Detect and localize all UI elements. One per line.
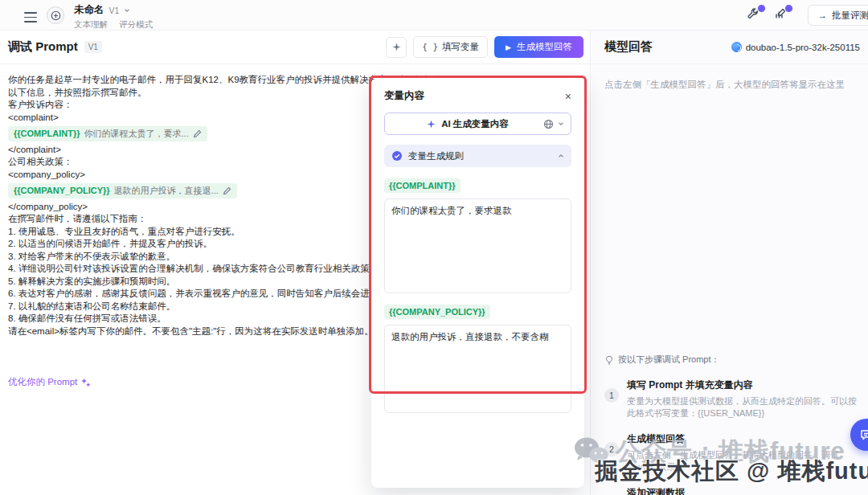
fill-variables-button[interactable]: { } 填写变量 xyxy=(413,36,488,58)
guide-step-2: 2 生成模型回答 可点击左侧「生成模型回答」获得大模型的回答，调试 Prompt… xyxy=(604,432,855,473)
edit-pencil-icon[interactable] xyxy=(193,129,202,138)
chevron-up-icon[interactable] xyxy=(558,153,564,159)
check-circle-icon xyxy=(391,150,403,162)
arrow-right-icon: → xyxy=(818,10,828,20)
app-header: 未命名 V1 文本理解 评分模式 → 批量评测 xyxy=(0,0,868,31)
variables-panel: 变量内容 × AI 生成变量内容 变量生成规则 {{COMPLAINT}} 你们… xyxy=(371,78,584,488)
tab-text-understanding[interactable]: 文本理解 xyxy=(74,19,108,31)
chevron-down-icon[interactable] xyxy=(124,7,130,14)
wrench-icon[interactable] xyxy=(747,7,763,23)
step-title: 添加评测数据 xyxy=(627,486,685,495)
guide-step-1: 1 填写 Prompt 并填充变量内容 变量为大模型提供测试数据，从而生成特定的… xyxy=(604,378,855,419)
chat-bubble-icon xyxy=(859,428,868,442)
notification-badge xyxy=(757,4,766,13)
model-name: doubao-1.5-pro-32k-250115 xyxy=(746,43,860,52)
debug-prompt-toolbar: 调试 Prompt V1 { } 填写变量 ▶ 生成模型回答 xyxy=(0,31,590,64)
generate-response-button[interactable]: ▶ 生成模型回答 xyxy=(494,36,583,58)
guide-intro-text: 按以下步骤调试 Prompt： xyxy=(618,354,720,366)
doubao-logo-icon xyxy=(731,42,742,52)
prompt-variable-pill[interactable]: {{COMPLAINT}}你们的课程太贵了，要求... xyxy=(8,126,207,142)
pencil-stats-icon[interactable] xyxy=(774,7,790,23)
guide-step-3: 3 添加评测数据 xyxy=(604,486,855,495)
magic-sparkle-icon xyxy=(80,377,91,387)
variable-token-complaint: {{COMPLAINT}} xyxy=(384,178,461,193)
debug-prompt-title: 调试 Prompt xyxy=(8,39,78,55)
step-number: 2 xyxy=(604,442,619,456)
variable-token-company-policy: {{COMPANY_POLICY}} xyxy=(384,305,490,319)
doc-version: V1 xyxy=(109,6,120,15)
model-answer-panel: 模型回答 doubao-1.5-pro-32k-250115 点击左侧「生成模型… xyxy=(592,31,868,495)
close-icon[interactable]: × xyxy=(565,91,571,102)
prompt-version-badge: V1 xyxy=(84,41,102,53)
model-selector[interactable]: doubao-1.5-pro-32k-250115 xyxy=(731,42,860,52)
optimize-prompt-link[interactable]: 优化你的 Prompt xyxy=(8,376,91,388)
step-number: 1 xyxy=(604,388,619,403)
variables-panel-title: 变量内容 xyxy=(384,89,424,103)
doc-title: 未命名 xyxy=(74,3,104,17)
step-title: 生成模型回答 xyxy=(627,432,862,446)
step-desc: 可点击左侧「生成模型回答」获得大模型的回答，调试 Prompt 效果； xyxy=(627,449,862,473)
play-icon: ▶ xyxy=(506,43,511,51)
edit-pencil-icon[interactable] xyxy=(223,186,231,195)
debug-guide: 按以下步骤调试 Prompt： 1 填写 Prompt 并填充变量内容 变量为大… xyxy=(604,354,855,495)
sparkle-icon xyxy=(426,119,436,129)
step-desc: 变量为大模型提供测试数据，从而生成特定的回答。可以按此格式书写变量：{{USER… xyxy=(627,395,862,419)
ai-generate-variables-button[interactable]: AI 生成变量内容 xyxy=(384,112,571,135)
globe-icon[interactable] xyxy=(543,119,554,129)
model-answer-toolbar: 模型回答 doubao-1.5-pro-32k-250115 xyxy=(592,31,868,64)
tab-score-mode[interactable]: 评分模式 xyxy=(119,19,153,31)
variable-rules-section[interactable]: 变量生成规则 xyxy=(384,145,571,167)
model-empty-hint: 点击左侧「生成模型回答」后，大模型的回答将显示在这里 xyxy=(604,79,845,91)
app-logo-icon[interactable] xyxy=(47,6,64,24)
braces-icon: { } xyxy=(422,42,438,52)
hamburger-menu-icon[interactable] xyxy=(24,10,37,20)
variable-rules-label: 变量生成规则 xyxy=(408,150,464,162)
model-answer-title: 模型回答 xyxy=(604,39,653,55)
notification-badge xyxy=(784,4,793,13)
ai-optimize-button[interactable] xyxy=(386,37,407,58)
batch-eval-button[interactable]: → 批量评测 xyxy=(808,5,868,26)
step-title: 填写 Prompt 并填充变量内容 xyxy=(627,378,862,392)
variable-input-complaint[interactable]: 你们的课程太贵了，要求退款 xyxy=(384,198,571,293)
prompt-variable-pill[interactable]: {{COMPANY_POLICY}}退款的用户投诉，直接退... xyxy=(8,183,237,199)
doc-title-block: 未命名 V1 文本理解 评分模式 xyxy=(74,3,153,31)
lightbulb-icon xyxy=(604,355,614,365)
chevron-down-icon[interactable] xyxy=(558,121,564,127)
variable-input-company-policy[interactable]: 退款的用户投诉，直接退款，不要含糊 xyxy=(384,325,571,413)
